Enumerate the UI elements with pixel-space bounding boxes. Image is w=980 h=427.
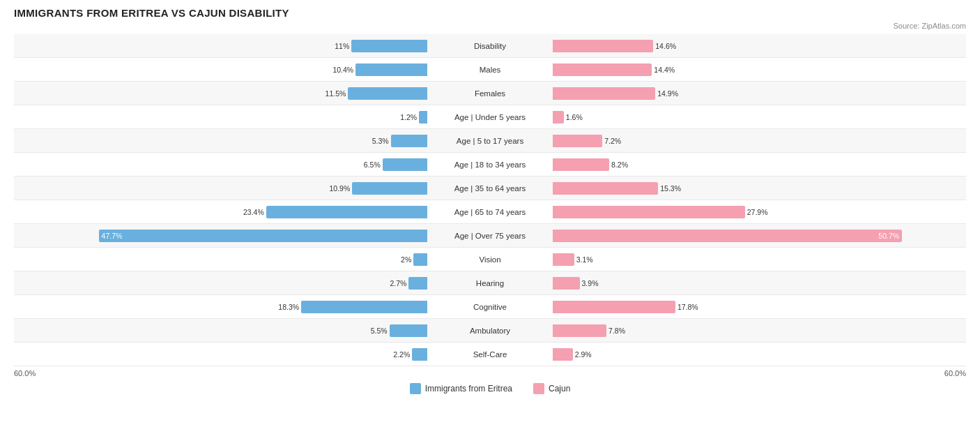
legend-blue: Immigrants from Eritrea: [410, 383, 512, 394]
blue-bar: 5.3%: [391, 135, 427, 147]
blue-bar: 5.5%: [390, 324, 427, 337]
pink-bar: 7.2%: [553, 135, 602, 147]
blue-bar: 10.4%: [355, 63, 427, 76]
left-section: 11%: [14, 34, 427, 57]
right-section: 8.2%: [553, 153, 966, 176]
blue-value: 2.7%: [390, 279, 406, 287]
pink-bar: 14.4%: [553, 63, 652, 76]
left-section: 1.2%: [14, 105, 427, 128]
right-section: 3.1%: [553, 248, 966, 271]
right-section: 27.9%: [553, 200, 966, 223]
pink-bar: 2.9%: [553, 348, 573, 361]
table-row: 23.4%Age | 65 to 74 years27.9%: [14, 200, 966, 224]
blue-bar: 1.2%: [419, 111, 427, 123]
blue-value: 10.9%: [330, 184, 351, 193]
left-section: 10.4%: [14, 58, 427, 81]
blue-bar: 2.2%: [412, 348, 427, 361]
table-row: 10.4%Males14.4%: [14, 58, 966, 82]
pink-value: 17.8%: [677, 303, 698, 311]
pink-value: 14.4%: [654, 66, 675, 74]
blue-value: 6.5%: [364, 160, 381, 169]
blue-bar: 23.4%: [266, 206, 427, 218]
legend-pink: Cajun: [533, 383, 570, 394]
pink-bar: 27.9%: [553, 206, 745, 218]
blue-bar: 11.5%: [348, 87, 427, 100]
pink-value: 7.8%: [608, 327, 625, 335]
pink-value: 7.2%: [604, 137, 621, 145]
right-section: 14.6%: [553, 34, 966, 57]
axis-left-label: 60.0%: [14, 369, 36, 377]
blue-bar: 6.5%: [383, 158, 427, 171]
pink-bar: 14.6%: [553, 40, 653, 52]
right-section: 14.4%: [553, 58, 966, 81]
legend-pink-box: [533, 383, 544, 394]
pink-bar: 1.6%: [553, 111, 564, 123]
pink-value: 2.9%: [575, 350, 592, 359]
pink-value: 1.6%: [566, 113, 583, 121]
pink-value: 15.3%: [660, 184, 681, 193]
left-section: 2.2%: [14, 343, 427, 366]
pink-value: 14.9%: [657, 89, 678, 98]
pink-bar: 17.8%: [553, 301, 675, 313]
blue-bar: 11%: [351, 40, 427, 52]
row-label: Hearing: [427, 279, 553, 287]
source-label: Source: ZipAtlas.com: [14, 22, 966, 30]
right-section: 7.8%: [553, 319, 966, 342]
right-section: 50.7%: [553, 224, 966, 247]
right-section: 2.9%: [553, 343, 966, 366]
table-row: 2.2%Self-Care2.9%: [14, 343, 966, 366]
right-section: 1.6%: [553, 105, 966, 128]
blue-value: 1.2%: [400, 113, 417, 121]
left-section: 47.7%: [14, 224, 427, 247]
row-label: Cognitive: [427, 303, 553, 311]
left-section: 11.5%: [14, 82, 427, 105]
table-row: 2.7%Hearing3.9%: [14, 271, 966, 295]
left-section: 5.5%: [14, 319, 427, 342]
blue-value: 47.7%: [102, 232, 123, 240]
pink-bar: 8.2%: [553, 158, 609, 171]
left-section: 18.3%: [14, 295, 427, 318]
pink-bar: 50.7%: [553, 230, 902, 242]
table-row: 11%Disability14.6%: [14, 34, 966, 58]
table-row: 11.5%Females14.9%: [14, 82, 966, 105]
chart-container: 11%Disability14.6%10.4%Males14.4%11.5%Fe…: [14, 34, 966, 366]
pink-bar: 3.1%: [553, 253, 574, 266]
right-section: 15.3%: [553, 177, 966, 200]
pink-value: 8.2%: [611, 160, 628, 169]
axis-right-label: 60.0%: [944, 369, 966, 377]
blue-value: 11%: [335, 42, 349, 50]
table-row: 1.2%Age | Under 5 years1.6%: [14, 105, 966, 129]
blue-value: 2.2%: [393, 350, 410, 359]
pink-value: 3.1%: [576, 255, 593, 264]
pink-bar: 15.3%: [553, 182, 658, 195]
blue-value: 5.3%: [372, 137, 389, 145]
blue-value: 11.5%: [326, 89, 346, 98]
row-label: Ambulatory: [427, 327, 553, 335]
blue-value: 18.3%: [278, 303, 299, 311]
blue-value: 5.5%: [371, 327, 388, 335]
row-label: Females: [427, 89, 553, 98]
blue-value: 2%: [401, 255, 411, 264]
row-label: Age | 18 to 34 years: [427, 160, 553, 169]
row-label: Vision: [427, 255, 553, 264]
right-section: 17.8%: [553, 295, 966, 318]
pink-value: 3.9%: [582, 279, 599, 287]
left-section: 6.5%: [14, 153, 427, 176]
left-section: 2.7%: [14, 271, 427, 294]
legend-blue-label: Immigrants from Eritrea: [425, 384, 512, 394]
right-section: 3.9%: [553, 271, 966, 294]
row-label: Age | Under 5 years: [427, 113, 553, 121]
row-label: Age | 35 to 64 years: [427, 184, 553, 193]
left-section: 23.4%: [14, 200, 427, 223]
pink-bar: 7.8%: [553, 324, 606, 337]
right-section: 14.9%: [553, 82, 966, 105]
table-row: 5.3%Age | 5 to 17 years7.2%: [14, 129, 966, 153]
right-section: 7.2%: [553, 129, 966, 152]
table-row: 5.5%Ambulatory7.8%: [14, 319, 966, 343]
blue-bar: 2.7%: [408, 277, 427, 290]
blue-value: 10.4%: [332, 66, 353, 74]
pink-bar: 3.9%: [553, 277, 580, 290]
row-label: Age | 5 to 17 years: [427, 137, 553, 145]
table-row: 10.9%Age | 35 to 64 years15.3%: [14, 177, 966, 200]
row-label: Age | Over 75 years: [427, 232, 553, 240]
